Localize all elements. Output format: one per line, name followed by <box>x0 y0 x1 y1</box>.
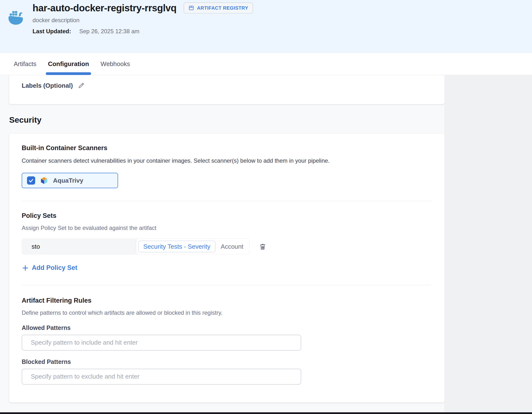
check-icon <box>28 178 34 183</box>
plus-icon <box>22 264 29 272</box>
tab-webhooks[interactable]: Webhooks <box>98 53 132 75</box>
tab-configuration[interactable]: Configuration <box>46 53 91 75</box>
add-policy-set-label: Add Policy Set <box>32 264 77 272</box>
right-margin <box>445 75 532 412</box>
scanners-title: Built-in Container Scanners <box>22 144 431 152</box>
edit-icon <box>78 82 85 89</box>
badge-label: ARTIFACT REGISTRY <box>197 5 248 11</box>
configuration-content: Labels (Optional) Security Built-in Cont… <box>0 75 445 412</box>
scanner-option-aquatrivy[interactable]: AquaTrivy <box>22 173 118 188</box>
registry-header: har-auto-docker-registry-rrsglvq ARTIFAC… <box>0 0 532 53</box>
section-divider <box>22 285 431 285</box>
registry-type-badge: ARTIFACT REGISTRY <box>184 2 253 13</box>
policy-sets-title: Policy Sets <box>22 212 431 220</box>
policy-set-tag[interactable]: Security Tests - Severity <box>138 241 215 252</box>
filtering-description: Define patterns to control which artifac… <box>22 309 431 317</box>
labels-card: Labels (Optional) <box>9 75 445 104</box>
blocked-patterns-input[interactable] <box>22 369 301 385</box>
scanner-name: AquaTrivy <box>53 177 83 184</box>
trivy-icon <box>40 176 48 185</box>
policy-scope-label: Account <box>221 243 243 250</box>
add-policy-set-button[interactable]: Add Policy Set <box>22 264 77 272</box>
page-title: har-auto-docker-registry-rrsglvq <box>33 3 176 13</box>
archive-icon <box>189 5 194 11</box>
tab-webhooks-label: Webhooks <box>100 60 130 68</box>
blocked-patterns-label: Blocked Patterns <box>22 358 431 365</box>
trash-icon <box>258 242 267 250</box>
edit-labels-button[interactable] <box>77 81 85 90</box>
policy-search-input[interactable] <box>22 243 136 250</box>
policy-set-row: Security Tests - Severity Account <box>22 239 431 254</box>
aquatrivy-checkbox[interactable] <box>27 176 35 185</box>
tab-artifacts-label: Artifacts <box>14 60 36 68</box>
registry-tabs: Artifacts Configuration Webhooks <box>0 53 532 75</box>
policy-set-field[interactable]: Security Tests - Severity Account <box>22 239 249 254</box>
tab-configuration-label: Configuration <box>48 60 89 68</box>
header-text: har-auto-docker-registry-rrsglvq ARTIFAC… <box>33 2 253 35</box>
active-tab-indicator <box>46 72 91 75</box>
docker-icon <box>8 11 24 26</box>
artifact-registry-page: har-auto-docker-registry-rrsglvq ARTIFAC… <box>0 0 532 414</box>
labels-title: Labels (Optional) <box>22 82 73 89</box>
last-updated-row: Last Updated: Sep 26, 2025 12:38 am <box>33 28 253 35</box>
allowed-patterns-label: Allowed Patterns <box>22 324 431 331</box>
allowed-patterns-input[interactable] <box>22 335 301 351</box>
security-card: Built-in Container Scanners Container sc… <box>9 134 445 403</box>
last-updated-value: Sep 26, 2025 12:38 am <box>79 28 140 35</box>
section-divider <box>22 201 431 201</box>
scanners-description: Container scanners detect vulnerabilitie… <box>22 157 431 164</box>
last-updated-label: Last Updated: <box>33 28 71 35</box>
security-heading: Security <box>9 115 445 125</box>
delete-policy-set-button[interactable] <box>257 241 268 252</box>
filtering-title: Artifact Filtering Rules <box>22 296 431 305</box>
policy-tag-group: Security Tests - Severity Account <box>136 239 249 254</box>
tab-artifacts[interactable]: Artifacts <box>11 53 38 75</box>
window-bottom-edge <box>0 412 532 414</box>
registry-description: docker description <box>33 17 253 24</box>
policy-sets-description: Assign Policy Set to be evaluated agains… <box>22 224 431 232</box>
